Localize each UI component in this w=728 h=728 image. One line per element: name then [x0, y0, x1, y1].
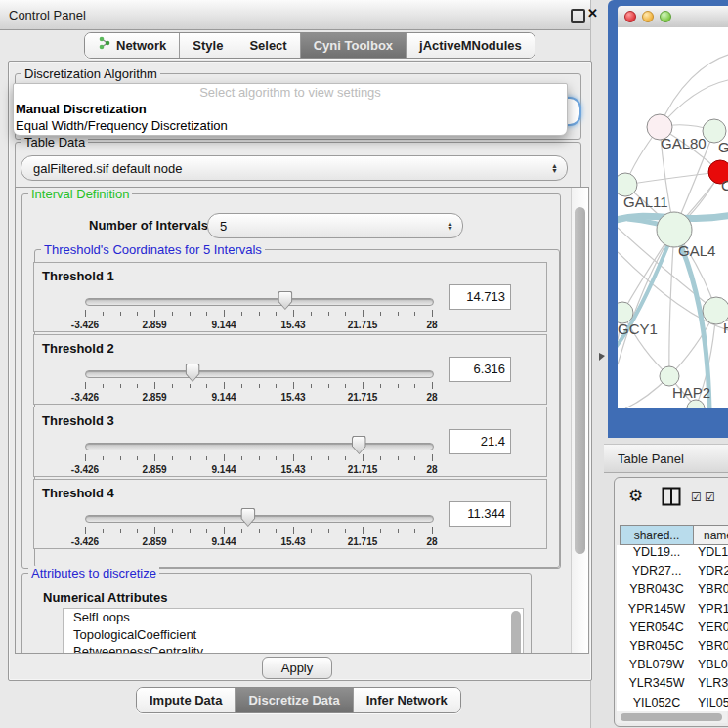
threshold-block-1: Threshold 1-3.4262.8599.14415.4321.71528… — [33, 262, 547, 332]
cell-name: YDR27... — [698, 564, 728, 578]
numerical-attributes-list[interactable]: SelfLoopsTopologicalCoefficientBetweenne… — [63, 608, 524, 654]
attributes-fieldset-label: Attributes to discretize — [28, 566, 159, 580]
zoom-dot-icon[interactable] — [660, 11, 671, 22]
cell-name: YBR043C — [698, 582, 728, 596]
slider-ticks — [85, 527, 432, 535]
table-rows: YDL19...YDL19...YDR27...YDR27...YBR043CY… — [617, 545, 728, 711]
tab-network[interactable]: Network — [85, 33, 179, 58]
table-row[interactable]: YLR345WYLR345W — [617, 676, 728, 696]
network-icon — [98, 34, 111, 57]
attribute-list-item[interactable]: TopologicalCoefficient — [64, 626, 523, 644]
slider-track[interactable] — [85, 370, 434, 378]
tab-label: jActiveMNodules — [419, 34, 522, 57]
network-node[interactable] — [660, 366, 679, 386]
tick-label: 15.43 — [280, 536, 305, 547]
slider-tick-labels: -3.4262.8599.14415.4321.71528 — [85, 392, 432, 402]
algorithm-fieldset-label: Discretization Algorithm — [21, 66, 160, 81]
network-node[interactable] — [687, 400, 705, 408]
checkbox-icon[interactable]: ☑ — [705, 491, 715, 504]
list-scrollbar-thumb[interactable] — [511, 611, 521, 654]
dropdown-option[interactable]: Equal Width/Frequency Discretization — [14, 117, 567, 134]
threshold-value-field[interactable]: 6.316 — [449, 357, 511, 382]
threshold-slider[interactable]: -3.4262.8599.14415.4321.71528 — [85, 290, 432, 327]
table-row[interactable]: YBR045CYBR045C — [617, 639, 728, 659]
table-panel-title: Table Panel — [618, 451, 684, 466]
slider-track[interactable] — [85, 298, 434, 306]
algorithm-dropdown-popup: Select algorithm to view settings Manual… — [13, 83, 568, 136]
tab-discretize-data[interactable]: Discretize Data — [235, 688, 352, 712]
slider-thumb[interactable] — [240, 508, 255, 527]
threshold-slider[interactable]: -3.4262.8599.14415.4321.71528 — [85, 507, 432, 544]
threshold-slider[interactable]: -3.4262.8599.14415.4321.71528 — [85, 363, 432, 400]
tab-impute-data[interactable]: Impute Data — [137, 688, 235, 712]
tick-label: 15.43 — [280, 392, 305, 403]
attribute-list-item[interactable]: BetweennessCentrality — [64, 643, 523, 654]
table-row[interactable]: YBR043CYBR043C — [617, 582, 728, 602]
table-data-combobox[interactable]: galFiltered.sif default node ▲▼ — [21, 155, 568, 181]
slider-thumb[interactable] — [186, 364, 200, 382]
tick-label: 21.715 — [348, 392, 378, 403]
network-node-label: H — [723, 320, 728, 336]
table-row[interactable]: YDR27...YDR27... — [617, 564, 728, 583]
threshold-label: Threshold 1 — [42, 269, 114, 283]
number-of-intervals-combobox[interactable]: 5 ▲▼ — [207, 213, 463, 238]
table-row[interactable]: YBL079WYBL079W — [617, 658, 728, 677]
tick-label: 2.859 — [142, 392, 166, 403]
table-row[interactable]: YER054CYER054C — [617, 621, 728, 640]
vertical-scrollbar[interactable] — [571, 188, 588, 653]
tab-cyni-toolbox[interactable]: Cyni Toolbox — [300, 33, 406, 58]
close-dot-icon[interactable] — [624, 11, 636, 22]
network-canvas[interactable]: GAL80GACGAL11GAL4GCY1HHAP2 — [618, 27, 728, 408]
threshold-value-field[interactable]: 14.713 — [449, 284, 511, 310]
threshold-value-field[interactable]: 21.4 — [449, 429, 511, 454]
vertical-scrollbar-thumb[interactable] — [575, 207, 585, 554]
cell-name: YBR045C — [698, 639, 728, 653]
tab-style[interactable]: Style — [179, 33, 236, 58]
network-view-window[interactable]: GAL80GACGAL11GAL4GCY1HHAP2 — [608, 0, 728, 438]
cell-name: YBL079W — [698, 658, 728, 671]
checkbox-icon[interactable]: ☑ — [691, 491, 702, 504]
tab-select[interactable]: Select — [236, 33, 299, 58]
column-header-name[interactable]: name — [693, 525, 728, 545]
tab-infer-network[interactable]: Infer Network — [353, 688, 460, 712]
float-window-icon[interactable] — [571, 9, 585, 23]
numerical-attributes-label: Numerical Attributes — [43, 590, 167, 605]
tick-label: -3.426 — [71, 464, 99, 475]
table-row[interactable]: YDL19...YDL19... — [617, 545, 728, 565]
close-icon[interactable]: ✕ — [587, 6, 598, 21]
horizontal-scrollbar-thumb[interactable] — [621, 713, 722, 721]
settings-scrollpane: Interval Definition Number of Intervals … — [15, 187, 589, 654]
columns-icon[interactable] — [662, 487, 681, 510]
slider-thumb[interactable] — [352, 436, 366, 454]
gear-icon[interactable]: ⚙ — [628, 486, 643, 506]
minimize-dot-icon[interactable] — [642, 11, 654, 22]
tick-label: -3.426 — [71, 392, 99, 403]
cell-name: YLR345W — [698, 676, 728, 690]
slider-track[interactable] — [85, 443, 434, 450]
column-header-shared-name[interactable]: shared... — [620, 525, 694, 545]
dropdown-option[interactable]: Manual Discretization — [14, 101, 567, 117]
slider-tick-labels: -3.4262.8599.14415.4321.71528 — [85, 536, 432, 546]
threshold-value-field[interactable]: 11.344 — [449, 501, 511, 527]
number-of-intervals-value: 5 — [220, 219, 227, 234]
slider-ticks — [85, 310, 432, 318]
horizontal-scrollbar[interactable] — [617, 711, 727, 723]
slider-ticks — [85, 382, 432, 390]
network-edge[interactable] — [625, 172, 720, 185]
network-edge[interactable] — [669, 230, 674, 376]
table-row[interactable]: YPR145WYPR145W — [617, 602, 728, 621]
screenshot-root: Control Panel ✕ NetworkStyleSelectCyni T… — [0, 0, 728, 728]
tick-label: 9.144 — [211, 536, 236, 547]
cell-shared-name: YLR345W — [620, 676, 694, 690]
tab-jactivemnodules[interactable]: jActiveMNodules — [406, 33, 535, 58]
apply-button[interactable]: Apply — [262, 657, 332, 679]
threshold-label: Threshold 3 — [42, 413, 114, 428]
threshold-slider[interactable]: -3.4262.8599.14415.4321.71528 — [85, 435, 432, 472]
cell-name: YPR145W — [698, 602, 728, 616]
tick-label: 2.859 — [142, 536, 166, 547]
dropdown-placeholder-option[interactable]: Select algorithm to view settings — [14, 84, 567, 101]
slider-thumb[interactable] — [278, 291, 292, 310]
attribute-list-item[interactable]: SelfLoops — [64, 609, 523, 626]
number-of-intervals-label: Number of Intervals — [89, 218, 208, 233]
slider-track[interactable] — [85, 515, 434, 523]
